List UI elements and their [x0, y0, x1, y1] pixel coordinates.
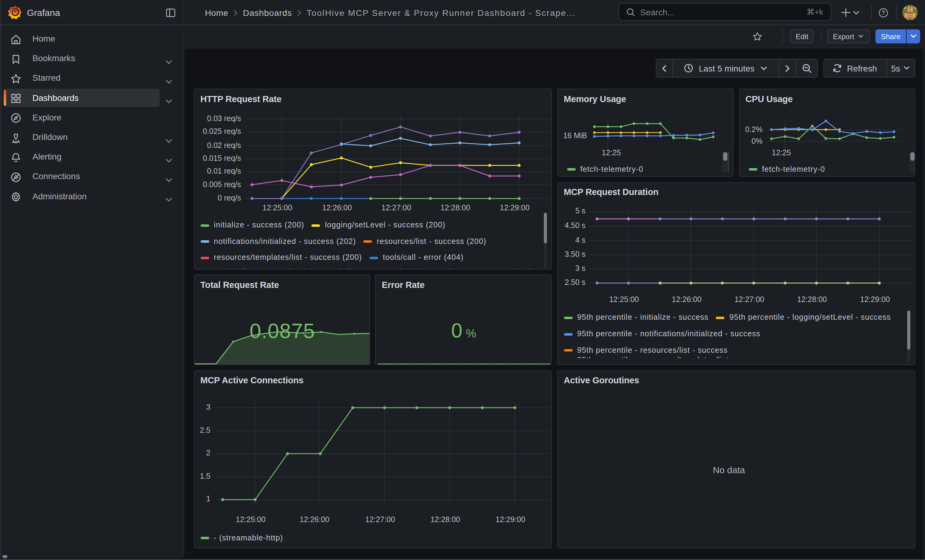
svg-text:?: ?: [881, 9, 885, 16]
